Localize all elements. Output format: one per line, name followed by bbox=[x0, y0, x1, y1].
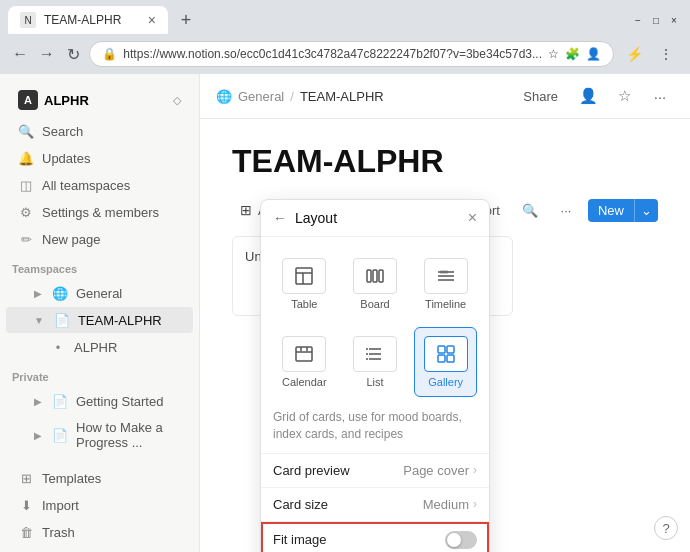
svg-rect-20 bbox=[438, 346, 445, 353]
workspace-icon: A bbox=[18, 90, 38, 110]
sidebar-item-team-alphr[interactable]: ▼ 📄 TEAM-ALPHR bbox=[6, 307, 193, 333]
teamspaces-label: Teamspaces bbox=[0, 253, 199, 279]
chevron-icon: ▶ bbox=[34, 288, 42, 299]
layout-option-timeline[interactable]: Timeline bbox=[414, 249, 477, 319]
fit-image-toggle[interactable] bbox=[445, 531, 477, 549]
layout-options-grid: Table Board Timeline bbox=[261, 237, 489, 409]
workspace-selector[interactable]: A ALPHR ◇ bbox=[6, 84, 193, 116]
svg-rect-0 bbox=[296, 268, 312, 284]
svg-rect-4 bbox=[373, 270, 377, 282]
sidebar-item-all-teamspaces[interactable]: ◫ All teamspaces bbox=[6, 172, 193, 198]
list-label: List bbox=[366, 376, 383, 388]
topbar-actions: Share 👤 ☆ ··· bbox=[515, 82, 674, 110]
url-text: https://www.notion.so/ecc0c1d41c3c4782a4… bbox=[123, 47, 542, 61]
layout-option-table[interactable]: Table bbox=[273, 249, 336, 319]
bell-icon: 🔔 bbox=[18, 150, 34, 166]
more-db-btn[interactable]: ··· bbox=[552, 196, 580, 224]
lock-icon: 🔒 bbox=[102, 47, 117, 61]
card-preview-prop[interactable]: Card preview Page cover › bbox=[261, 454, 489, 488]
refresh-btn[interactable]: ↻ bbox=[63, 40, 83, 68]
layout-panel: ← Layout × Table Board bbox=[260, 199, 490, 552]
breadcrumb-separator: / bbox=[290, 89, 294, 104]
minimize-btn[interactable]: − bbox=[630, 12, 646, 28]
card-preview-chevron-icon: › bbox=[473, 463, 477, 477]
gallery-label: Gallery bbox=[428, 376, 463, 388]
svg-point-19 bbox=[366, 358, 368, 360]
close-btn[interactable]: × bbox=[666, 12, 682, 28]
active-tab[interactable]: N TEAM-ALPHR × bbox=[8, 6, 168, 34]
sidebar-label-import: Import bbox=[42, 498, 79, 513]
layout-option-gallery[interactable]: Gallery bbox=[414, 327, 477, 397]
svg-rect-22 bbox=[438, 355, 445, 362]
back-btn[interactable]: ← bbox=[10, 40, 30, 68]
fit-image-label: Fit image bbox=[273, 532, 445, 547]
extensions-btn[interactable]: ⚡ bbox=[620, 40, 648, 68]
sidebar-item-settings[interactable]: ⚙ Settings & members bbox=[6, 199, 193, 225]
layout-option-list[interactable]: List bbox=[344, 327, 407, 397]
settings-icon: ⚙ bbox=[18, 204, 34, 220]
alphr-child-icon: • bbox=[50, 339, 66, 355]
gallery-view-icon: ⊞ bbox=[240, 202, 252, 218]
gallery-icon bbox=[424, 336, 468, 372]
breadcrumb-parent[interactable]: General bbox=[238, 89, 284, 104]
sidebar-item-search[interactable]: 🔍 Search bbox=[6, 118, 193, 144]
search-db-btn[interactable]: 🔍 bbox=[516, 196, 544, 224]
tab-favicon: N bbox=[20, 12, 36, 28]
breadcrumb: 🌐 General / TEAM-ALPHR bbox=[216, 89, 507, 104]
panel-close-btn[interactable]: × bbox=[468, 210, 477, 226]
new-tab-btn[interactable]: + bbox=[172, 6, 200, 34]
team-alphr-icon: 📄 bbox=[54, 312, 70, 328]
sidebar-item-alphr-child[interactable]: • ALPHR bbox=[6, 334, 193, 360]
private-label: Private bbox=[0, 361, 199, 387]
teamspaces-icon: ◫ bbox=[18, 177, 34, 193]
sidebar-item-new-page[interactable]: ✏ New page bbox=[6, 226, 193, 252]
svg-rect-23 bbox=[447, 355, 454, 362]
layout-option-board[interactable]: Board bbox=[344, 249, 407, 319]
page-title: TEAM-ALPHR bbox=[232, 143, 658, 180]
card-size-label: Card size bbox=[273, 497, 423, 512]
sidebar-item-trash[interactable]: 🗑 Trash bbox=[6, 519, 193, 545]
panel-title: Layout bbox=[295, 210, 460, 226]
sidebar-item-import[interactable]: ⬇ Import bbox=[6, 492, 193, 518]
more-options-btn[interactable]: ··· bbox=[646, 82, 674, 110]
sidebar-item-updates[interactable]: 🔔 Updates bbox=[6, 145, 193, 171]
svg-rect-9 bbox=[440, 270, 448, 274]
forward-btn[interactable]: → bbox=[36, 40, 56, 68]
extensions-icon[interactable]: 🧩 bbox=[565, 47, 580, 61]
fit-image-prop[interactable]: Fit image bbox=[261, 522, 489, 552]
svg-point-17 bbox=[366, 348, 368, 350]
timeline-icon bbox=[424, 258, 468, 294]
sidebar-item-templates[interactable]: ⊞ Templates bbox=[6, 465, 193, 491]
card-size-prop[interactable]: Card size Medium › bbox=[261, 488, 489, 522]
workspace-chevron: ◇ bbox=[173, 94, 181, 107]
sidebar: A ALPHR ◇ 🔍 Search 🔔 Updates ◫ All teams… bbox=[0, 74, 200, 552]
panel-header: ← Layout × bbox=[261, 200, 489, 237]
help-btn[interactable]: ? bbox=[654, 516, 678, 540]
share-btn[interactable]: Share bbox=[515, 85, 566, 108]
window-controls: − □ × bbox=[630, 12, 682, 28]
star-icon[interactable]: ☆ bbox=[548, 47, 559, 61]
sidebar-label-new-page: New page bbox=[42, 232, 101, 247]
panel-back-btn[interactable]: ← bbox=[273, 210, 287, 226]
board-label: Board bbox=[360, 298, 389, 310]
layout-option-calendar[interactable]: Calendar bbox=[273, 327, 336, 397]
profile-icon[interactable]: 👤 bbox=[586, 47, 601, 61]
maximize-btn[interactable]: □ bbox=[648, 12, 664, 28]
workspace-name: ALPHR bbox=[44, 93, 167, 108]
favorite-btn[interactable]: ☆ bbox=[610, 82, 638, 110]
new-record-btn[interactable]: New ⌄ bbox=[588, 199, 658, 222]
svg-rect-21 bbox=[447, 346, 454, 353]
sidebar-item-general[interactable]: ▶ 🌐 General bbox=[6, 280, 193, 306]
user-icon-btn[interactable]: 👤 bbox=[574, 82, 602, 110]
app: A ALPHR ◇ 🔍 Search 🔔 Updates ◫ All teams… bbox=[0, 74, 690, 552]
breadcrumb-current: TEAM-ALPHR bbox=[300, 89, 384, 104]
new-chevron-icon[interactable]: ⌄ bbox=[634, 199, 658, 222]
address-bar[interactable]: 🔒 https://www.notion.so/ecc0c1d41c3c4782… bbox=[89, 41, 614, 67]
tab-title: TEAM-ALPHR bbox=[44, 13, 121, 27]
svg-rect-3 bbox=[367, 270, 371, 282]
menu-btn[interactable]: ⋮ bbox=[652, 40, 680, 68]
tab-close-btn[interactable]: × bbox=[148, 13, 156, 27]
card-size-chevron-icon: › bbox=[473, 497, 477, 511]
sidebar-item-getting-started[interactable]: ▶ 📄 Getting Started bbox=[6, 388, 193, 414]
sidebar-item-how-to-progress[interactable]: ▶ 📄 How to Make a Progress ... bbox=[6, 415, 193, 455]
